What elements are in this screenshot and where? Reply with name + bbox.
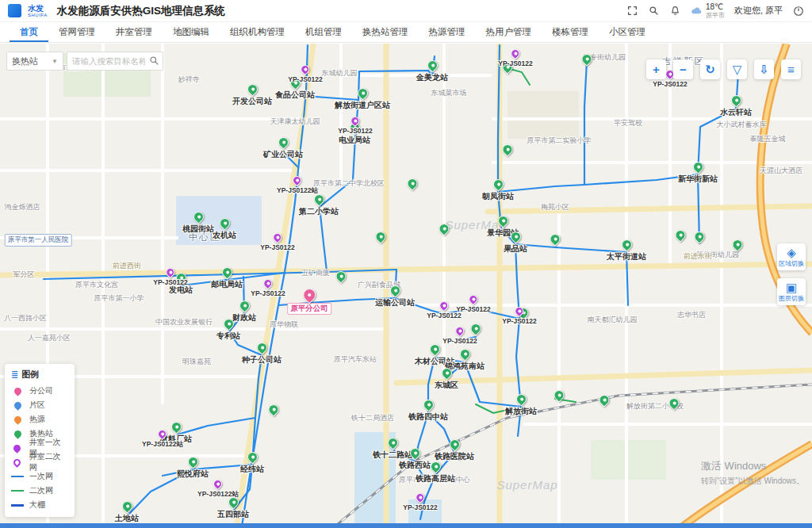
- legend-swatch-shape: [13, 429, 23, 439]
- station-pin[interactable]: [514, 392, 528, 406]
- bell-icon[interactable]: [669, 5, 681, 17]
- station-pin[interactable]: [388, 283, 402, 297]
- layer-settings-button[interactable]: ≡: [781, 59, 801, 79]
- map-canvas[interactable]: 原平市实验中学妙祥寺东城幼儿园东城菜市场天津康太幼儿园红专街幼儿园吉祥新区平安驾…: [0, 44, 812, 528]
- station-pin[interactable]: [447, 437, 462, 451]
- station-pin[interactable]: [217, 216, 232, 230]
- map-place-label: 平安驾校: [614, 118, 642, 128]
- nav-tab[interactable]: 小区管理: [599, 22, 656, 42]
- station-pin[interactable]: [729, 93, 743, 107]
- station-pin[interactable]: [334, 269, 348, 283]
- nav-tab[interactable]: 组织机构管理: [220, 22, 295, 42]
- station-pin[interactable]: [427, 342, 442, 356]
- well-pin[interactable]: [164, 266, 177, 279]
- station-pin[interactable]: [245, 450, 259, 464]
- station-pin[interactable]: [673, 228, 688, 242]
- well-pin[interactable]: [454, 325, 466, 338]
- station-pin[interactable]: [439, 365, 454, 380]
- station-pin[interactable]: [508, 229, 523, 243]
- station-label: 朝凤街站: [482, 191, 514, 202]
- station-pin[interactable]: [730, 237, 745, 251]
- fullscreen-icon[interactable]: [626, 5, 638, 17]
- logo-text: 水发: [28, 5, 48, 13]
- export-button[interactable]: ⇩: [754, 59, 774, 79]
- main-nav: 首页管网管理井室管理地图编辑组织机构管理机组管理换热站管理热源管理热用户管理楼栋…: [0, 22, 812, 43]
- well-pin[interactable]: [212, 478, 224, 491]
- station-pin[interactable]: [691, 159, 705, 174]
- station-pin[interactable]: [373, 229, 388, 243]
- station-pin[interactable]: [385, 435, 400, 450]
- well-pin[interactable]: [414, 492, 427, 504]
- station-pin[interactable]: [428, 459, 442, 473]
- well-pin[interactable]: [438, 300, 450, 312]
- station-pin[interactable]: [458, 346, 472, 361]
- reset-view-button[interactable]: ↻: [700, 59, 720, 79]
- map-place-label: 人一嘉苑小区: [28, 333, 71, 343]
- legend-title-text: 图例: [21, 369, 39, 381]
- station-pin[interactable]: [276, 135, 290, 149]
- station-label: 开发公司站: [232, 96, 272, 107]
- well-pin[interactable]: [262, 277, 274, 290]
- station-pin[interactable]: [408, 446, 422, 460]
- search-icon[interactable]: [648, 5, 660, 17]
- zoom-in-button[interactable]: +: [646, 59, 666, 79]
- station-pin[interactable]: [191, 209, 205, 224]
- nav-tab[interactable]: 热源管理: [419, 22, 476, 42]
- station-pin[interactable]: [619, 237, 634, 251]
- legend-label: 热源: [29, 414, 45, 425]
- logout-icon[interactable]: [792, 5, 804, 17]
- station-pin[interactable]: [405, 176, 419, 190]
- station-pin[interactable]: [496, 213, 510, 228]
- nav-tab[interactable]: 换热站管理: [352, 22, 419, 42]
- legend-swatch-shape: [13, 400, 23, 411]
- legend-item: 二次网: [11, 484, 68, 498]
- search-icon[interactable]: [149, 55, 159, 69]
- well-pin[interactable]: [271, 231, 284, 244]
- zoom-out-button[interactable]: −: [673, 59, 693, 79]
- well-pin[interactable]: [156, 428, 169, 441]
- legend-swatch: [11, 430, 24, 438]
- filter-button[interactable]: ▽: [727, 59, 747, 79]
- station-pin[interactable]: [245, 82, 259, 96]
- legend-swatch-shape: [13, 443, 23, 453]
- station-pin[interactable]: [692, 229, 707, 243]
- well-pin[interactable]: [467, 293, 480, 306]
- station-pin[interactable]: [500, 142, 515, 156]
- branch-company-pin[interactable]: [301, 286, 319, 304]
- station-pin[interactable]: [425, 58, 439, 72]
- station-pin[interactable]: [597, 392, 611, 407]
- station-pin[interactable]: [221, 316, 236, 331]
- station-pin[interactable]: [120, 499, 134, 513]
- well-pin[interactable]: [513, 305, 526, 318]
- well-pin[interactable]: [509, 48, 522, 60]
- nav-tab[interactable]: 机组管理: [295, 22, 352, 42]
- layer-toggle-button[interactable]: ◈区域切换: [777, 243, 806, 270]
- station-pin[interactable]: [437, 221, 451, 235]
- nav-tab[interactable]: 热用户管理: [476, 22, 542, 42]
- station-pin[interactable]: [580, 52, 594, 66]
- well-pin[interactable]: [349, 115, 362, 128]
- station-pin[interactable]: [186, 454, 200, 469]
- station-pin[interactable]: [266, 402, 281, 416]
- station-type-select[interactable]: 换热站 ▼: [6, 52, 63, 71]
- station-label: 铁路四中站: [408, 411, 448, 423]
- station-pin[interactable]: [220, 265, 234, 279]
- station-pin[interactable]: [421, 397, 435, 411]
- station-pin[interactable]: [355, 86, 370, 100]
- nav-tab[interactable]: 首页: [10, 22, 48, 42]
- nav-tab[interactable]: 管网管理: [48, 22, 105, 42]
- station-pin[interactable]: [548, 231, 562, 246]
- station-pin[interactable]: [667, 396, 681, 410]
- station-pin[interactable]: [255, 340, 269, 354]
- station-pin[interactable]: [491, 177, 505, 191]
- nav-tab[interactable]: 楼栋管理: [542, 22, 599, 42]
- layer-toggle-button[interactable]: ▣图层切换: [777, 278, 806, 305]
- station-label: 矿业公司站: [263, 149, 303, 160]
- well-pin[interactable]: [299, 63, 312, 76]
- station-pin[interactable]: [552, 388, 566, 402]
- nav-tab[interactable]: 地图编辑: [163, 22, 220, 42]
- station-label: 邮电局站: [211, 279, 243, 290]
- nav-tab[interactable]: 井室管理: [105, 22, 163, 42]
- station-pin[interactable]: [237, 298, 251, 312]
- well-pin[interactable]: [291, 174, 304, 187]
